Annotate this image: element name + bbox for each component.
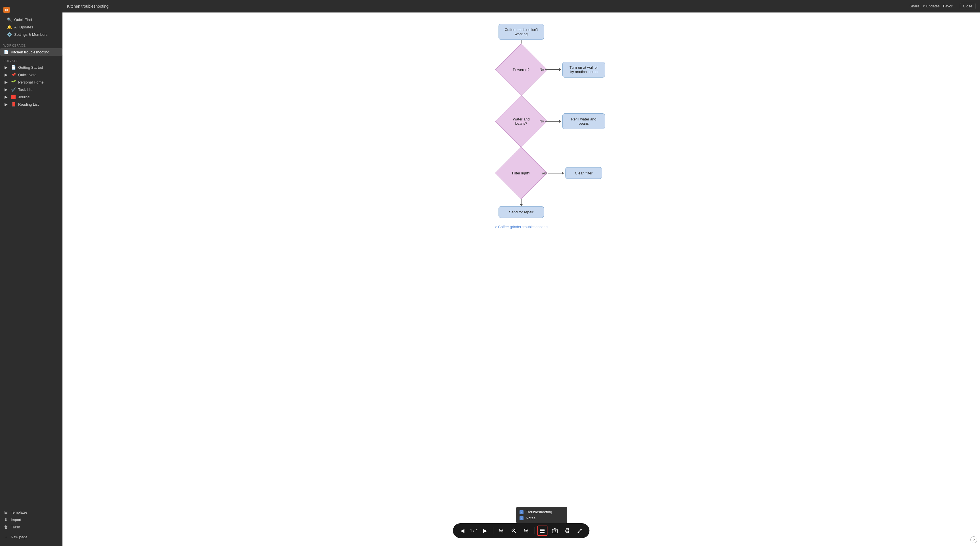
separator-2 bbox=[534, 527, 535, 534]
app-logo: N bbox=[3, 7, 10, 13]
trash-icon: 🗑 bbox=[3, 525, 8, 529]
zoom-fit-icon bbox=[524, 528, 529, 533]
svg-rect-13 bbox=[552, 529, 558, 533]
filter-diamond: Filter light? bbox=[495, 147, 547, 199]
start-node: Coffee machine isn't working bbox=[498, 24, 544, 40]
help-button[interactable]: ? bbox=[970, 536, 977, 543]
book2-icon: 📕 bbox=[11, 102, 16, 107]
header-actions: Share ▾ Updates Favori... Close bbox=[910, 3, 975, 10]
next-page-button[interactable]: ▶ bbox=[480, 525, 490, 536]
sidebar-item-task-list[interactable]: ▶ ✔️ Task List bbox=[0, 86, 62, 93]
home-icon: ▶ bbox=[3, 80, 8, 85]
svg-rect-12 bbox=[540, 532, 545, 533]
new-page-button[interactable]: ＋ New page bbox=[0, 533, 62, 541]
layers-icon bbox=[540, 528, 546, 533]
zoom-out-button[interactable] bbox=[496, 525, 506, 536]
zoom-in-icon bbox=[511, 528, 516, 533]
edit-icon bbox=[577, 528, 583, 533]
svg-line-2 bbox=[502, 532, 503, 533]
share-button[interactable]: Share bbox=[910, 4, 920, 8]
filter-decision-section: Filter light? Yes Clean filter bbox=[439, 155, 603, 192]
svg-rect-11 bbox=[540, 530, 545, 531]
templates-icon: ⊞ bbox=[3, 510, 8, 514]
journal2-icon: 🟥 bbox=[11, 94, 16, 99]
diagram-area: Coffee machine isn't working Powered? bbox=[62, 13, 980, 546]
flowchart: Coffee machine isn't working Powered? bbox=[439, 24, 603, 229]
bell-icon: 🔔 bbox=[7, 25, 12, 29]
camera-icon bbox=[552, 528, 558, 533]
notes-checkbox[interactable]: ✓ bbox=[520, 516, 523, 520]
doc2-icon: ▶ bbox=[3, 65, 8, 70]
svg-point-18 bbox=[569, 530, 569, 531]
sidebar-item-templates[interactable]: ⊞ Templates bbox=[0, 509, 62, 516]
no-label-powered: No bbox=[540, 68, 544, 72]
separator-1 bbox=[493, 527, 493, 534]
layers-tooltip: ✓ Troubleshooting ✓ Notes bbox=[516, 507, 567, 523]
svg-line-19 bbox=[581, 529, 581, 530]
zoom-out-icon bbox=[499, 528, 504, 533]
page-header: Kitchen troubleshooting Share ▾ Updates … bbox=[62, 0, 980, 13]
tooltip-item-notes[interactable]: ✓ Notes bbox=[520, 515, 564, 521]
svg-point-14 bbox=[554, 530, 556, 532]
svg-line-6 bbox=[515, 532, 516, 533]
sidebar-item-reading-list[interactable]: ▶ 📕 Reading List bbox=[0, 101, 62, 108]
powered-decision-section: Powered? No Turn on at wall or try anoth… bbox=[439, 51, 603, 88]
plus-icon: ＋ bbox=[3, 534, 8, 540]
check-icon: ▶ bbox=[3, 87, 8, 92]
troubleshooting-checkbox[interactable]: ✓ bbox=[520, 510, 523, 514]
prev-page-button[interactable]: ◀ bbox=[457, 525, 468, 536]
sidebar-item-getting-started[interactable]: ▶ 📄 Getting Started bbox=[0, 64, 62, 71]
clean-filter-node: Clean filter bbox=[565, 167, 602, 179]
sidebar-item-quick-note[interactable]: ▶ 📌 Quick Note bbox=[0, 71, 62, 78]
svg-rect-10 bbox=[540, 528, 545, 530]
svg-rect-16 bbox=[566, 528, 569, 530]
camera-button[interactable] bbox=[550, 525, 560, 536]
print-icon bbox=[565, 528, 570, 533]
main-area: Kitchen troubleshooting Share ▾ Updates … bbox=[62, 0, 980, 546]
chevron-down-icon: ▾ bbox=[923, 4, 925, 8]
pin-icon: ▶ bbox=[3, 72, 8, 77]
repair-node: Send for repair bbox=[498, 206, 544, 218]
yes-label-filter: Yes bbox=[541, 171, 547, 175]
sprout-icon: 🌱 bbox=[11, 80, 16, 85]
journal-icon: ▶ bbox=[3, 94, 8, 99]
no-label-water: No bbox=[540, 119, 544, 123]
gear-icon: ⚙️ bbox=[7, 32, 12, 37]
task-icon: ✔️ bbox=[11, 87, 16, 92]
sidebar-item-kitchen[interactable]: 📄 Kitchen troubleshooting bbox=[0, 48, 62, 56]
updates-button[interactable]: ▾ Updates bbox=[923, 4, 940, 8]
sidebar-item-import[interactable]: ⬇ Import bbox=[0, 516, 62, 523]
sidebar-item-quick-find[interactable]: 🔍 Quick Find bbox=[3, 16, 59, 23]
sidebar-item-personal-home[interactable]: ▶ 🌱 Personal Home bbox=[0, 78, 62, 86]
book-icon: ▶ bbox=[3, 102, 8, 107]
print-button[interactable] bbox=[562, 525, 573, 536]
sidebar: N 🔍 Quick Find 🔔 All Updates ⚙️ Settings… bbox=[0, 0, 62, 546]
search-icon: 🔍 bbox=[7, 18, 12, 22]
page-title: Kitchen troubleshooting bbox=[67, 4, 108, 8]
diagram-toolbar: ◀ 1 / 2 ▶ bbox=[453, 523, 589, 538]
tooltip-item-troubleshooting[interactable]: ✓ Troubleshooting bbox=[520, 509, 564, 515]
sidebar-item-journal[interactable]: ▶ 🟥 Journal bbox=[0, 93, 62, 101]
page-icon: 📄 bbox=[11, 65, 16, 70]
zoom-fit-button[interactable] bbox=[521, 525, 531, 536]
doc-icon: 📄 bbox=[3, 50, 8, 54]
note-icon: 📌 bbox=[11, 72, 16, 77]
workspace-label: WORKSPACE bbox=[0, 40, 62, 48]
sidebar-item-all-updates[interactable]: 🔔 All Updates bbox=[3, 23, 59, 31]
refill-node: Refill water and beans bbox=[562, 113, 605, 129]
zoom-in-button[interactable] bbox=[509, 525, 519, 536]
import-icon: ⬇ bbox=[3, 517, 8, 522]
layers-button[interactable] bbox=[538, 525, 547, 536]
sidebar-top: N 🔍 Quick Find 🔔 All Updates ⚙️ Settings… bbox=[0, 3, 62, 40]
edit-button[interactable] bbox=[575, 525, 585, 536]
no-power-node: Turn on at wall or try another outlet bbox=[562, 62, 605, 78]
sidebar-item-trash[interactable]: 🗑 Trash bbox=[0, 523, 62, 531]
page-indicator: 1 / 2 bbox=[470, 528, 477, 533]
sidebar-bottom: ⊞ Templates ⬇ Import 🗑 Trash ＋ New page bbox=[0, 509, 62, 543]
favorites-button[interactable]: Favori... bbox=[943, 4, 956, 8]
svg-line-8 bbox=[527, 532, 528, 533]
close-button[interactable]: Close bbox=[960, 3, 975, 10]
sidebar-item-settings[interactable]: ⚙️ Settings & Members bbox=[3, 31, 59, 38]
grinder-link[interactable]: > Coffee grinder troubleshooting bbox=[495, 225, 547, 229]
private-label: PRIVATE bbox=[0, 56, 62, 64]
